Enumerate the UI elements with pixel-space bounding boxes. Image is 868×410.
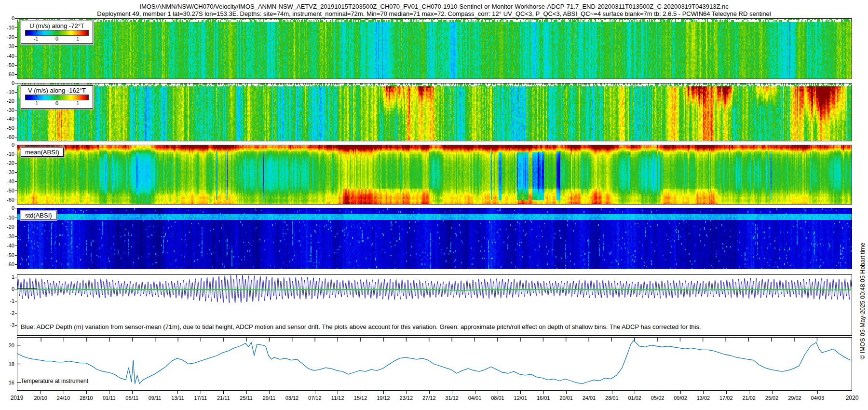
date-tick-label: 05/11 [125,395,138,401]
depth-tick-mark [15,246,17,246]
depth-tick-label: -20 [1,160,14,166]
date-tick-mark [452,391,452,394]
date-tick-label: 04/03 [811,395,825,401]
date-tick-mark [269,391,270,394]
v-colorbar-legend: V (m/s) along -162°T -1 0 1 [21,85,93,109]
adcp-summary-figure: IMOS/ANMN/NSW/CH070/Velocity/IMOS_ANMN-N… [0,0,868,410]
date-tick-label: 01/11 [103,395,116,401]
temp-tick-label: 16 [1,380,14,385]
date-tick-mark [292,391,292,394]
mean-absi-label: mean(ABSI) [21,148,64,157]
panel-std-absi: std(ABSI) [17,208,852,269]
date-tick-mark [132,391,133,394]
temperature-line [17,341,851,384]
depth-tick-label: 0 [1,142,14,148]
figure-title-line1: IMOS/ANMN/NSW/CH070/Velocity/IMOS_ANMN-N… [0,3,868,10]
date-tick-label: 17/11 [194,395,207,401]
date-tick-label: 31/12 [445,395,459,401]
depthvar-tick-mark [15,301,17,301]
depth-tick-mark [15,181,17,182]
depth-tick-label: -10 [1,215,14,220]
depth-tick-mark [15,236,17,237]
depth-tick-label: -20 [1,224,14,230]
date-tick-label: 13/11 [171,395,184,401]
depth-tick-mark [15,200,17,200]
depthvar-tick-mark [15,277,17,277]
depth-tick-mark [15,218,17,218]
depth-tick-label: 0 [1,15,14,21]
depth-tick-label: -10 [1,151,14,157]
depthvar-tick-mark [15,313,17,314]
xaxis-year-end: 2020 [846,395,859,401]
date-tick-label: 05/02 [651,395,665,401]
depth-tick-label: -60 [1,134,14,140]
v-colorbar-tick: 1 [76,100,79,106]
depth-tick-label: -40 [1,243,14,248]
depth-tick-mark [15,92,17,93]
v-colorbar-tick: -1 [34,100,39,106]
depth-tick-mark [15,145,17,145]
date-tick-label: 28/01 [605,395,619,401]
depthvar-tick-label: -3 [1,322,14,328]
depth-tick-mark [15,172,17,173]
depth-variation-note: Blue: ADCP Depth (m) variation from sens… [21,323,701,330]
depth-tick-mark [15,137,17,137]
depth-tick-label: -30 [1,169,14,175]
v-legend-title: V (m/s) along -162°T [25,87,89,94]
depth-tick-label: -40 [1,53,14,59]
date-tick-label: 09/11 [149,395,162,401]
date-tick-label: 25/11 [240,395,253,401]
depth-tick-label: -30 [1,107,14,113]
date-tick-mark [429,391,430,394]
date-tick-mark [223,391,224,394]
date-tick-mark [246,391,247,394]
depth-tick-label: -50 [1,252,14,258]
temp-tick-label: 20 [1,342,14,348]
date-tick-label: 23/12 [400,395,413,401]
date-tick-label: 29/11 [263,395,276,401]
depthvar-tick-label: -2 [1,310,14,316]
depth-tick-label: -20 [1,98,14,104]
date-tick-mark [406,391,407,394]
date-tick-mark [383,391,384,394]
depthvar-tick-label: -1 [1,298,14,304]
depth-tick-label: -50 [1,188,14,193]
depth-tick-label: -40 [1,116,14,122]
date-tick-label: 09/02 [674,395,687,401]
date-tick-mark [201,391,201,394]
date-tick-mark [703,391,704,394]
depth-tick-label: -60 [1,261,14,267]
date-tick-mark [795,391,795,394]
date-tick-label: 19/12 [377,395,390,401]
u-colorbar-tick: 0 [55,36,58,41]
u-legend-title: U (m/s) along -72°T [25,22,89,29]
u-colorbar: -1 0 1 [25,30,89,36]
figure-title-line2: Deployment 49, member 1 lat=30.27S lon=1… [0,10,868,17]
date-tick-mark [817,391,818,394]
date-tick-mark [612,391,612,394]
depth-tick-mark [15,37,17,38]
date-tick-mark [726,391,727,394]
depthvar-tick-label: 1 [1,274,14,280]
mean-absi-heatmap [17,145,852,204]
date-tick-label: 16/01 [537,395,550,401]
panel-v-velocity: V (m/s) along -162°T -1 0 1 [17,83,852,141]
depth-tick-mark [15,128,17,128]
date-tick-label: 03/12 [285,395,299,401]
date-tick-mark [315,391,315,394]
date-tick-label: 04/01 [468,395,482,401]
depth-tick-label: -40 [1,178,14,184]
depth-tick-mark [15,264,17,265]
date-tick-label: 25/02 [765,395,779,401]
date-tick-mark [41,391,41,394]
date-tick-label: 12/01 [514,395,528,401]
date-tick-mark [566,391,567,394]
v-colorbar-tick: 0 [55,100,58,106]
date-tick-mark [338,391,338,394]
std-absi-heatmap [17,208,852,269]
depth-tick-mark [15,119,17,119]
depthvar-tick-label: 0 [1,286,14,292]
date-tick-mark [155,391,155,394]
panel-mean-absi: mean(ABSI) [17,145,852,205]
v-velocity-heatmap [17,83,852,141]
